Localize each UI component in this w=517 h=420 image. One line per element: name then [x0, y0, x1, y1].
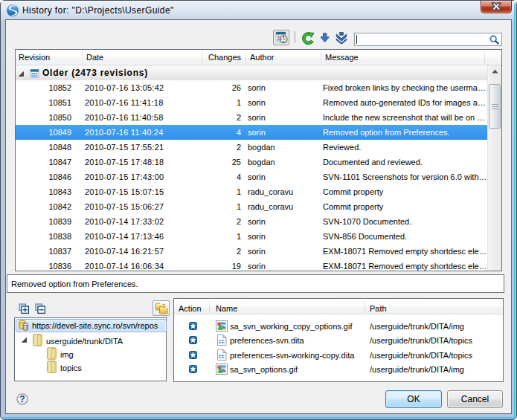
svg-text:?: ?: [19, 394, 25, 404]
